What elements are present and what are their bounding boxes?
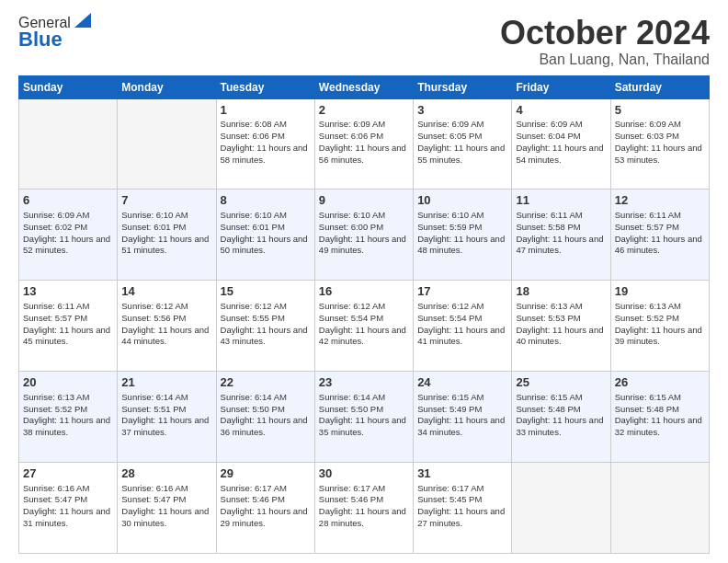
- calendar-cell: 28Sunrise: 6:16 AMSunset: 5:47 PMDayligh…: [118, 463, 216, 554]
- calendar-cell: [610, 463, 709, 554]
- day-number: 10: [417, 192, 507, 209]
- title-area: October 2024 Ban Luang, Nan, Thailand: [500, 15, 710, 68]
- sun-info: Sunrise: 6:10 AMSunset: 5:59 PMDaylight:…: [417, 210, 507, 257]
- day-number: 9: [319, 192, 409, 209]
- calendar-cell: 29Sunrise: 6:17 AMSunset: 5:46 PMDayligh…: [216, 463, 314, 554]
- header-wednesday: Wednesday: [314, 75, 413, 98]
- sun-info: Sunrise: 6:17 AMSunset: 5:45 PMDaylight:…: [417, 483, 507, 530]
- header-saturday: Saturday: [610, 75, 709, 98]
- sun-info: Sunrise: 6:11 AMSunset: 5:57 PMDaylight:…: [23, 301, 113, 348]
- header-monday: Monday: [118, 75, 216, 98]
- day-number: 16: [319, 283, 409, 300]
- calendar-cell: 18Sunrise: 6:13 AMSunset: 5:53 PMDayligh…: [512, 281, 610, 372]
- sun-info: Sunrise: 6:12 AMSunset: 5:56 PMDaylight:…: [121, 301, 211, 348]
- day-number: 29: [221, 465, 311, 482]
- header-thursday: Thursday: [414, 75, 512, 98]
- calendar-cell: 22Sunrise: 6:14 AMSunset: 5:50 PMDayligh…: [216, 372, 314, 463]
- day-number: 4: [516, 102, 606, 119]
- sun-info: Sunrise: 6:17 AMSunset: 5:46 PMDaylight:…: [221, 483, 311, 530]
- calendar-cell: 21Sunrise: 6:14 AMSunset: 5:51 PMDayligh…: [118, 372, 216, 463]
- calendar-cell: 24Sunrise: 6:15 AMSunset: 5:49 PMDayligh…: [414, 372, 512, 463]
- sun-info: Sunrise: 6:12 AMSunset: 5:54 PMDaylight:…: [417, 301, 507, 348]
- sun-info: Sunrise: 6:14 AMSunset: 5:50 PMDaylight:…: [319, 392, 409, 439]
- calendar-cell: [512, 463, 610, 554]
- location: Ban Luang, Nan, Thailand: [500, 52, 710, 68]
- calendar-cell: 27Sunrise: 6:16 AMSunset: 5:47 PMDayligh…: [19, 463, 118, 554]
- calendar-cell: 5Sunrise: 6:09 AMSunset: 6:03 PMDaylight…: [610, 98, 709, 190]
- sun-info: Sunrise: 6:13 AMSunset: 5:52 PMDaylight:…: [23, 392, 113, 439]
- calendar-header: Sunday Monday Tuesday Wednesday Thursday…: [19, 75, 710, 98]
- calendar-cell: 15Sunrise: 6:12 AMSunset: 5:55 PMDayligh…: [216, 281, 314, 372]
- sun-info: Sunrise: 6:16 AMSunset: 5:47 PMDaylight:…: [23, 483, 113, 530]
- calendar-week-1: 1Sunrise: 6:08 AMSunset: 6:06 PMDaylight…: [19, 98, 710, 190]
- sun-info: Sunrise: 6:09 AMSunset: 6:05 PMDaylight:…: [417, 119, 507, 166]
- day-number: 30: [319, 465, 409, 482]
- sun-info: Sunrise: 6:16 AMSunset: 5:47 PMDaylight:…: [121, 483, 211, 530]
- day-number: 2: [319, 102, 409, 119]
- sun-info: Sunrise: 6:10 AMSunset: 6:00 PMDaylight:…: [319, 210, 409, 257]
- day-number: 23: [319, 374, 409, 391]
- calendar-cell: [19, 98, 118, 190]
- day-number: 21: [121, 374, 211, 391]
- logo: General Blue: [18, 15, 93, 52]
- sun-info: Sunrise: 6:10 AMSunset: 6:01 PMDaylight:…: [221, 210, 311, 257]
- header: General Blue October 2024 Ban Luang, Nan…: [18, 15, 710, 68]
- calendar-cell: 12Sunrise: 6:11 AMSunset: 5:57 PMDayligh…: [610, 190, 709, 281]
- sun-info: Sunrise: 6:09 AMSunset: 6:06 PMDaylight:…: [319, 119, 409, 166]
- calendar-cell: 14Sunrise: 6:12 AMSunset: 5:56 PMDayligh…: [118, 281, 216, 372]
- calendar-week-5: 27Sunrise: 6:16 AMSunset: 5:47 PMDayligh…: [19, 463, 710, 554]
- header-tuesday: Tuesday: [216, 75, 314, 98]
- calendar-cell: 19Sunrise: 6:13 AMSunset: 5:52 PMDayligh…: [610, 281, 709, 372]
- calendar-cell: 11Sunrise: 6:11 AMSunset: 5:58 PMDayligh…: [512, 190, 610, 281]
- day-number: 6: [23, 192, 113, 209]
- calendar-cell: 31Sunrise: 6:17 AMSunset: 5:45 PMDayligh…: [414, 463, 512, 554]
- calendar-cell: [118, 98, 216, 190]
- day-number: 13: [23, 283, 113, 300]
- svg-marker-0: [74, 13, 91, 28]
- sun-info: Sunrise: 6:08 AMSunset: 6:06 PMDaylight:…: [221, 119, 311, 166]
- day-number: 8: [221, 192, 311, 209]
- day-number: 22: [221, 374, 311, 391]
- calendar-cell: 17Sunrise: 6:12 AMSunset: 5:54 PMDayligh…: [414, 281, 512, 372]
- day-number: 27: [23, 465, 113, 482]
- calendar-cell: 7Sunrise: 6:10 AMSunset: 6:01 PMDaylight…: [118, 190, 216, 281]
- page: General Blue October 2024 Ban Luang, Nan…: [0, 0, 728, 563]
- calendar-cell: 25Sunrise: 6:15 AMSunset: 5:48 PMDayligh…: [512, 372, 610, 463]
- day-number: 28: [121, 465, 211, 482]
- sun-info: Sunrise: 6:12 AMSunset: 5:54 PMDaylight:…: [319, 301, 409, 348]
- day-number: 5: [615, 102, 705, 119]
- sun-info: Sunrise: 6:11 AMSunset: 5:57 PMDaylight:…: [615, 210, 705, 257]
- day-number: 19: [615, 283, 705, 300]
- calendar-body: 1Sunrise: 6:08 AMSunset: 6:06 PMDaylight…: [19, 98, 710, 553]
- day-number: 11: [516, 192, 606, 209]
- calendar-cell: 9Sunrise: 6:10 AMSunset: 6:00 PMDaylight…: [314, 190, 413, 281]
- month-title: October 2024: [500, 15, 710, 52]
- day-number: 15: [221, 283, 311, 300]
- calendar-cell: 20Sunrise: 6:13 AMSunset: 5:52 PMDayligh…: [19, 372, 118, 463]
- sun-info: Sunrise: 6:10 AMSunset: 6:01 PMDaylight:…: [121, 210, 211, 257]
- calendar-week-3: 13Sunrise: 6:11 AMSunset: 5:57 PMDayligh…: [19, 281, 710, 372]
- calendar-cell: 30Sunrise: 6:17 AMSunset: 5:46 PMDayligh…: [314, 463, 413, 554]
- day-number: 1: [221, 102, 311, 119]
- calendar-cell: 6Sunrise: 6:09 AMSunset: 6:02 PMDaylight…: [19, 190, 118, 281]
- sun-info: Sunrise: 6:09 AMSunset: 6:03 PMDaylight:…: [615, 119, 705, 166]
- sun-info: Sunrise: 6:14 AMSunset: 5:51 PMDaylight:…: [121, 392, 211, 439]
- header-friday: Friday: [512, 75, 610, 98]
- day-number: 20: [23, 374, 113, 391]
- calendar-cell: 1Sunrise: 6:08 AMSunset: 6:06 PMDaylight…: [216, 98, 314, 190]
- calendar-cell: 2Sunrise: 6:09 AMSunset: 6:06 PMDaylight…: [314, 98, 413, 190]
- day-number: 12: [615, 192, 705, 209]
- day-number: 3: [417, 102, 507, 119]
- calendar-cell: 8Sunrise: 6:10 AMSunset: 6:01 PMDaylight…: [216, 190, 314, 281]
- logo-icon: [73, 11, 93, 31]
- calendar: Sunday Monday Tuesday Wednesday Thursday…: [18, 75, 710, 554]
- sun-info: Sunrise: 6:13 AMSunset: 5:52 PMDaylight:…: [615, 301, 705, 348]
- sun-info: Sunrise: 6:09 AMSunset: 6:02 PMDaylight:…: [23, 210, 113, 257]
- sun-info: Sunrise: 6:15 AMSunset: 5:48 PMDaylight:…: [516, 392, 606, 439]
- sun-info: Sunrise: 6:15 AMSunset: 5:48 PMDaylight:…: [615, 392, 705, 439]
- day-number: 18: [516, 283, 606, 300]
- sun-info: Sunrise: 6:11 AMSunset: 5:58 PMDaylight:…: [516, 210, 606, 257]
- day-number: 31: [417, 465, 507, 482]
- day-number: 7: [121, 192, 211, 209]
- day-number: 24: [417, 374, 507, 391]
